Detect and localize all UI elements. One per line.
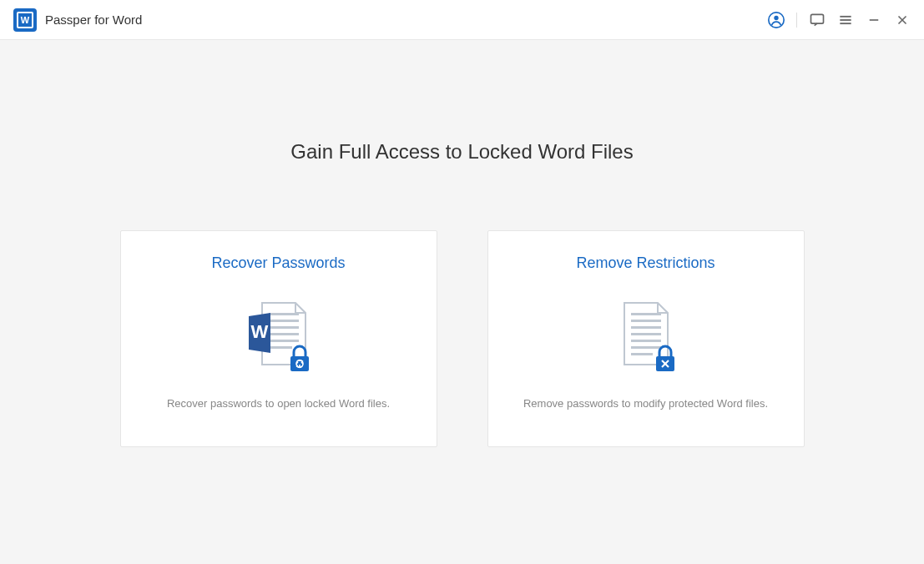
svg-rect-18: [631, 320, 661, 322]
recover-passwords-card[interactable]: Recover Passwords W: [120, 230, 437, 447]
close-icon[interactable]: [894, 12, 911, 28]
remove-card-description: Remove passwords to modify protected Wor…: [523, 397, 768, 410]
remove-restrictions-card[interactable]: Remove Restrictions: [487, 230, 805, 447]
svg-rect-22: [631, 346, 661, 349]
recover-card-icon: W: [233, 292, 325, 384]
svg-text:W: W: [250, 321, 268, 342]
remove-card-icon: [600, 292, 692, 384]
menu-icon[interactable]: [837, 12, 854, 28]
account-icon[interactable]: [768, 12, 785, 28]
svg-rect-9: [269, 313, 299, 315]
svg-rect-19: [631, 326, 661, 329]
svg-rect-16: [290, 356, 309, 371]
feedback-icon[interactable]: [809, 12, 826, 28]
svg-rect-11: [269, 326, 299, 329]
cards-container: Recover Passwords W: [120, 230, 805, 447]
titlebar-right: [768, 12, 911, 28]
app-logo: W: [13, 8, 37, 32]
recover-card-title: Recover Passwords: [211, 254, 345, 272]
svg-rect-20: [631, 333, 661, 335]
svg-rect-13: [269, 340, 299, 342]
titlebar-left: W Passper for Word: [13, 8, 142, 32]
svg-rect-12: [269, 333, 299, 335]
remove-card-title: Remove Restrictions: [576, 254, 714, 272]
titlebar: W Passper for Word: [0, 0, 924, 40]
titlebar-divider: [796, 13, 797, 28]
app-title: Passper for Word: [45, 13, 142, 27]
minimize-icon[interactable]: [866, 12, 882, 28]
svg-rect-10: [269, 320, 299, 322]
recover-card-description: Recover passwords to open locked Word fi…: [167, 397, 390, 410]
app-logo-letter: W: [17, 12, 33, 28]
svg-rect-23: [631, 353, 653, 355]
svg-rect-21: [631, 340, 661, 342]
main-content: Gain Full Access to Locked Word Files Re…: [0, 40, 924, 447]
svg-point-1: [774, 15, 778, 19]
svg-rect-2: [811, 14, 824, 23]
svg-rect-14: [269, 346, 292, 349]
page-title: Gain Full Access to Locked Word Files: [290, 140, 633, 164]
svg-rect-17: [631, 313, 661, 315]
